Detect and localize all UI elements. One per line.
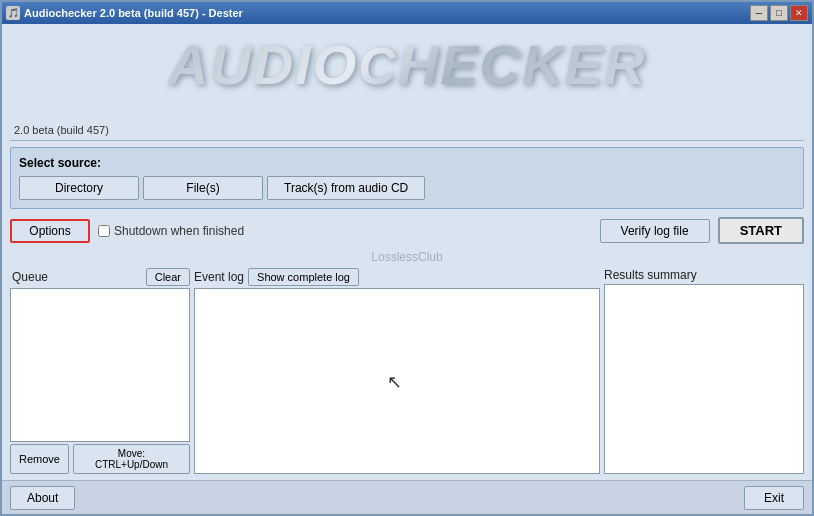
about-button[interactable]: About (10, 486, 75, 510)
results-area (604, 284, 804, 474)
window-title: Audiochecker 2.0 beta (build 457) - Dest… (24, 7, 243, 19)
minimize-button[interactable]: ─ (750, 5, 768, 21)
queue-label: Queue (10, 270, 48, 284)
clear-button[interactable]: Clear (146, 268, 190, 286)
title-bar-left: 🎵 Audiochecker 2.0 beta (build 457) - De… (6, 6, 243, 20)
results-label: Results summary (604, 268, 804, 282)
queue-footer: Remove Move: CTRL+Up/Down (10, 444, 190, 474)
directory-button[interactable]: Directory (19, 176, 139, 200)
event-log-label: Event log (194, 270, 244, 284)
watermark: LosslessClub (6, 250, 808, 264)
verify-log-button[interactable]: Verify log file (600, 219, 710, 243)
queue-header: Queue Clear (10, 268, 190, 286)
panels-row: Queue Clear Remove Move: CTRL+Up/Down Ev… (10, 268, 804, 474)
queue-panel: Queue Clear Remove Move: CTRL+Up/Down (10, 268, 190, 474)
move-label: Move: CTRL+Up/Down (73, 444, 190, 474)
logo-text: AUDIOCHECKER (168, 32, 646, 97)
event-log: ↖ (194, 288, 600, 474)
logo-container: AUDIOCHECKER (14, 32, 800, 97)
options-button[interactable]: Options (10, 219, 90, 243)
source-buttons: Directory File(s) Track(s) from audio CD (19, 176, 795, 200)
files-button[interactable]: File(s) (143, 176, 263, 200)
source-label: Select source: (19, 156, 795, 170)
main-window: 🎵 Audiochecker 2.0 beta (build 457) - De… (0, 0, 814, 516)
app-icon: 🎵 (6, 6, 20, 20)
logo-area: AUDIOCHECKER 2.0 beta (build 457) (6, 28, 808, 138)
exit-button[interactable]: Exit (744, 486, 804, 510)
options-row: Options Shutdown when finished Verify lo… (10, 217, 804, 244)
bottom-bar: About Exit (2, 480, 812, 514)
tracks-button[interactable]: Track(s) from audio CD (267, 176, 425, 200)
shutdown-checkbox[interactable] (98, 225, 110, 237)
main-content: AUDIOCHECKER 2.0 beta (build 457) Select… (2, 24, 812, 480)
start-button[interactable]: START (718, 217, 804, 244)
event-panel: Event log Show complete log ↖ (194, 268, 600, 474)
show-complete-log-button[interactable]: Show complete log (248, 268, 359, 286)
results-panel: Results summary (604, 268, 804, 474)
shutdown-label[interactable]: Shutdown when finished (98, 224, 244, 238)
restore-button[interactable]: □ (770, 5, 788, 21)
source-section: Select source: Directory File(s) Track(s… (10, 147, 804, 209)
divider-1 (10, 140, 804, 141)
title-bar-controls: ─ □ ✕ (750, 5, 808, 21)
event-header: Event log Show complete log (194, 268, 600, 286)
queue-list (10, 288, 190, 442)
remove-button[interactable]: Remove (10, 444, 69, 474)
version-text: 2.0 beta (build 457) (14, 124, 109, 136)
cursor-arrow: ↖ (387, 371, 402, 393)
title-bar: 🎵 Audiochecker 2.0 beta (build 457) - De… (2, 2, 812, 24)
close-button[interactable]: ✕ (790, 5, 808, 21)
